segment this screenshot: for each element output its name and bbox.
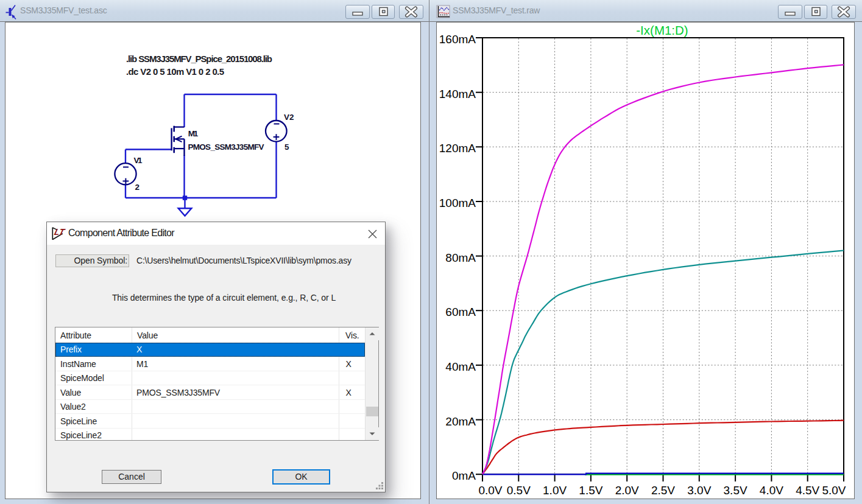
svg-text:LT: LT: [53, 227, 66, 237]
svg-text:V1: V1: [133, 156, 142, 165]
svg-text:-Ix(M1:D): -Ix(M1:D): [636, 23, 688, 37]
svg-text:V2: V2: [284, 113, 294, 122]
svg-text:140mA: 140mA: [439, 88, 476, 100]
svg-text:40mA: 40mA: [445, 360, 476, 373]
svg-text:80mA: 80mA: [445, 251, 476, 264]
svg-text:2.5V: 2.5V: [651, 484, 675, 497]
svg-text:M1: M1: [188, 129, 199, 138]
svg-text:1.0V: 1.0V: [543, 484, 567, 497]
svg-text:100mA: 100mA: [439, 197, 476, 209]
svg-text:PMOS_SSM3J35MFV: PMOS_SSM3J35MFV: [188, 142, 264, 152]
svg-text:4.0V: 4.0V: [760, 484, 783, 497]
svg-text:1.5V: 1.5V: [579, 484, 602, 497]
svg-text:0.5V: 0.5V: [507, 484, 531, 497]
svg-text:3.5V: 3.5V: [724, 484, 747, 497]
svg-text:0.0V: 0.0V: [478, 484, 502, 497]
svg-text:5: 5: [284, 142, 289, 152]
svg-text:160mA: 160mA: [439, 33, 476, 46]
svg-text:.dc V2 0 5 10m V1 0 2 0.5: .dc V2 0 5 10m V1 0 2 0.5: [126, 66, 224, 77]
svg-text:5.0V: 5.0V: [822, 484, 846, 497]
svg-text:120mA: 120mA: [439, 142, 476, 155]
svg-text:20mA: 20mA: [445, 415, 476, 428]
svg-text:2: 2: [135, 183, 140, 192]
svg-text:3.0V: 3.0V: [687, 484, 711, 497]
svg-text:.lib SSM3J35MFV_PSpice_2015100: .lib SSM3J35MFV_PSpice_20151008.lib: [126, 54, 272, 64]
svg-text:0mA: 0mA: [452, 469, 476, 482]
svg-text:2.0V: 2.0V: [615, 484, 639, 497]
svg-text:4.5V: 4.5V: [796, 484, 819, 497]
svg-text:60mA: 60mA: [445, 306, 476, 318]
